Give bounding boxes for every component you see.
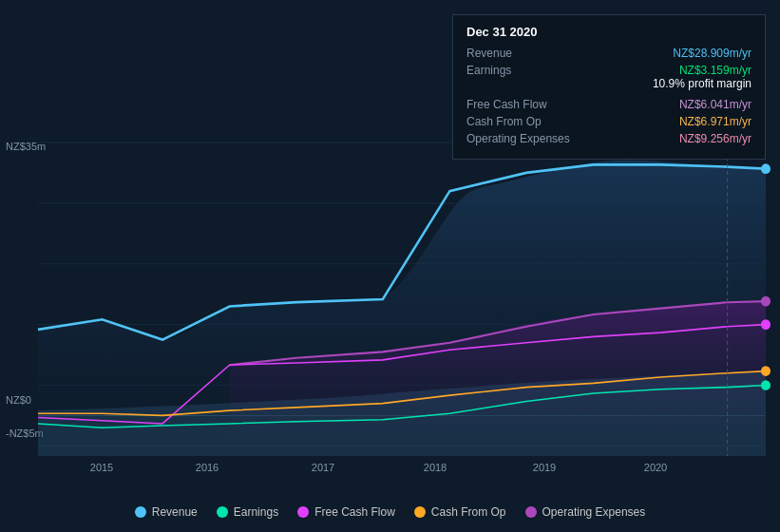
tooltip-opex-row: Operating Expenses NZ$9.256m/yr: [466, 132, 751, 145]
x-label-2017: 2017: [312, 462, 334, 473]
chart-area: [38, 142, 766, 456]
legend-opex-dot: [525, 506, 537, 518]
revenue-dot: [761, 163, 770, 174]
tooltip-card: Dec 31 2020 Revenue NZ$28.909m/yr Earnin…: [452, 14, 766, 160]
legend-earnings-dot: [217, 506, 228, 518]
tooltip-revenue-value: NZ$28.909m/yr: [673, 47, 751, 60]
tooltip-profit-margin: 10.9% profit margin: [653, 77, 751, 90]
legend-opex-label: Operating Expenses: [542, 505, 646, 519]
legend-earnings[interactable]: Earnings: [217, 505, 278, 519]
tooltip-earnings-label: Earnings: [466, 64, 511, 77]
x-label-2015: 2015: [90, 462, 113, 473]
fcf-dot: [761, 319, 770, 330]
legend-revenue-dot: [135, 506, 146, 518]
tooltip-revenue-label: Revenue: [466, 47, 512, 60]
legend-cashop[interactable]: Cash From Op: [414, 505, 506, 519]
legend-revenue-label: Revenue: [152, 505, 198, 519]
legend-opex[interactable]: Operating Expenses: [525, 505, 646, 519]
tooltip-cashop-row: Cash From Op NZ$6.971m/yr: [466, 115, 751, 128]
tooltip-fcf-label: Free Cash Flow: [466, 98, 547, 111]
x-label-2018: 2018: [424, 462, 447, 473]
tooltip-fcf-value: NZ$6.041m/yr: [679, 98, 751, 111]
chart-svg: [38, 142, 766, 456]
earnings-dot: [761, 380, 770, 390]
legend-fcf[interactable]: Free Cash Flow: [297, 505, 395, 519]
tooltip-cashop-value: NZ$6.971m/yr: [679, 115, 751, 128]
tooltip-cashop-label: Cash From Op: [466, 115, 542, 128]
tooltip-opex-value: NZ$9.256m/yr: [679, 132, 751, 145]
x-label-2020: 2020: [644, 462, 667, 473]
legend-cashop-dot: [414, 506, 426, 518]
tooltip-opex-label: Operating Expenses: [466, 132, 570, 145]
opex-dot: [761, 296, 770, 307]
legend: Revenue Earnings Free Cash Flow Cash Fro…: [0, 505, 780, 519]
legend-fcf-dot: [297, 506, 309, 518]
tooltip-earnings-value: NZ$3.159m/yr: [653, 64, 751, 77]
tooltip-earnings-row: Earnings NZ$3.159m/yr 10.9% profit margi…: [466, 64, 751, 94]
tooltip-date: Dec 31 2020: [466, 25, 751, 39]
legend-revenue[interactable]: Revenue: [135, 505, 198, 519]
x-label-2016: 2016: [196, 462, 219, 473]
legend-earnings-label: Earnings: [234, 505, 278, 519]
cashop-dot: [761, 366, 770, 376]
legend-cashop-label: Cash From Op: [431, 505, 506, 519]
tooltip-fcf-row: Free Cash Flow NZ$6.041m/yr: [466, 98, 751, 111]
x-label-2019: 2019: [533, 462, 556, 473]
y-label-mid: NZ$0: [6, 394, 31, 406]
legend-fcf-label: Free Cash Flow: [314, 505, 395, 519]
chart-container: Dec 31 2020 Revenue NZ$28.909m/yr Earnin…: [0, 0, 780, 532]
tooltip-revenue-row: Revenue NZ$28.909m/yr: [466, 47, 751, 60]
